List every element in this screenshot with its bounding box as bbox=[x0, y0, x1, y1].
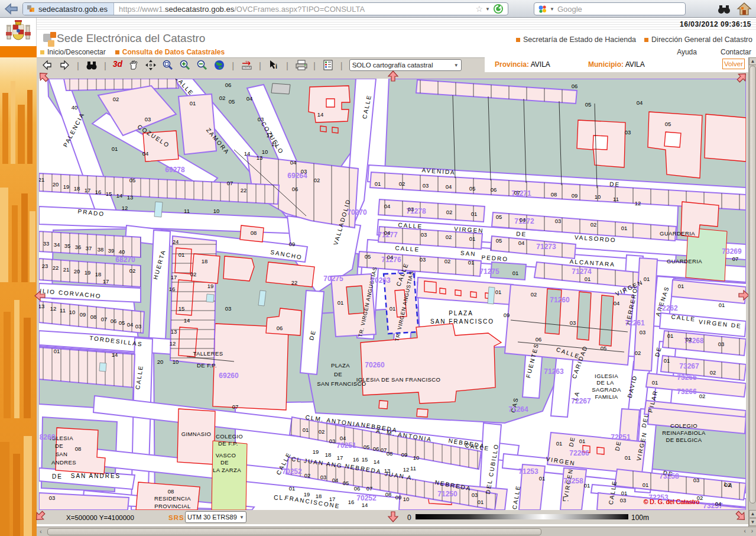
scroll-left-arrow[interactable]: ‹ bbox=[37, 528, 45, 536]
scroll-up-arrow[interactable]: ▲ bbox=[749, 57, 756, 65]
scroll-up-arrow2[interactable]: ▲ bbox=[749, 510, 756, 518]
search-engine-caret[interactable]: ▼ bbox=[550, 7, 554, 12]
parcel-id-label: 68270 bbox=[115, 256, 135, 264]
parcel-number: 12 bbox=[170, 340, 176, 347]
map-shape bbox=[417, 409, 428, 417]
parcel-number: 04 bbox=[637, 99, 643, 106]
zoom-rect-icon[interactable] bbox=[162, 59, 174, 71]
nav-inicio[interactable]: Inicio/Desconectar bbox=[40, 48, 106, 56]
parcel-id-label: 70252 bbox=[356, 494, 377, 502]
bookmark-star-icon[interactable]: ☆ bbox=[476, 4, 484, 14]
pan-nw-arrow[interactable] bbox=[38, 71, 50, 83]
search-placeholder: Google bbox=[557, 5, 582, 14]
srs-label: SRS: bbox=[168, 514, 187, 521]
cartography-select[interactable]: SOLO cartografía catastral▼ bbox=[349, 59, 462, 71]
site-identity[interactable]: sedecatastro.gob.es bbox=[23, 3, 114, 15]
parcel-number: 19 bbox=[313, 448, 319, 455]
parcel-number: 03 bbox=[135, 323, 142, 330]
scroll-down-arrow[interactable]: ▼ bbox=[749, 518, 756, 526]
parcel-number: 03 bbox=[145, 116, 151, 122]
parcel-number: 03 bbox=[49, 495, 56, 501]
parcel-number: 38 bbox=[98, 246, 104, 253]
site-favicon bbox=[27, 5, 35, 13]
layers-icon[interactable] bbox=[322, 59, 334, 71]
parcel-number: 16 bbox=[95, 189, 102, 195]
reload-icon[interactable] bbox=[492, 3, 504, 15]
parcel-number: 05 bbox=[129, 177, 136, 183]
parcel-number: 05 bbox=[364, 444, 370, 450]
pan-w-arrow[interactable] bbox=[34, 290, 46, 302]
municipio-value: AVILA bbox=[625, 60, 645, 69]
pan-sw-arrow[interactable] bbox=[34, 510, 46, 522]
parcel-number: 05 bbox=[601, 345, 607, 351]
map-canvas[interactable]: PALENCIAPRADOCALLEZAMORACOZUELOCOZUELOCA… bbox=[39, 79, 746, 510]
info-pointer-icon[interactable]: i bbox=[268, 59, 280, 71]
horizontal-scrollbar[interactable]: ‹ ‹ › bbox=[37, 527, 756, 536]
parcel-number: 01 bbox=[719, 302, 725, 308]
find-binoculars-icon[interactable] bbox=[717, 3, 731, 17]
move-icon[interactable] bbox=[145, 59, 157, 71]
srs-select[interactable]: UTM 30 ETRS89▼ bbox=[185, 511, 246, 523]
parcel-number: 24 bbox=[173, 238, 179, 245]
pan-s-arrow[interactable] bbox=[387, 511, 399, 522]
browser-back-icon[interactable] bbox=[4, 2, 19, 18]
parcel-id-label: 73269 bbox=[722, 247, 742, 256]
url-bar[interactable]: sedecatastro.gob.es https://www1.sedecat… bbox=[22, 2, 508, 15]
nav-consulta[interactable]: Consulta de Datos Catastrales bbox=[115, 48, 225, 56]
parcel-number: 11 bbox=[60, 307, 66, 314]
map-shape bbox=[664, 132, 681, 147]
parcel-number: 22 bbox=[53, 264, 59, 271]
header-link-direccion[interactable]: Dirección General del Catastro bbox=[644, 35, 752, 44]
parcel-number: 22 bbox=[241, 187, 247, 193]
nav-ayuda[interactable]: Ayuda bbox=[677, 48, 697, 56]
map-label: DE bbox=[55, 443, 63, 449]
globe-icon[interactable] bbox=[213, 59, 225, 71]
parcel-number: 10 bbox=[173, 359, 179, 365]
parcel-number: 34 bbox=[54, 241, 60, 248]
view-3d-button[interactable]: 3d bbox=[113, 59, 122, 71]
header-link-secretaria[interactable]: Secretaría de Estado de Hacienda bbox=[516, 35, 636, 44]
parcel-id-label: 71263 bbox=[544, 367, 564, 376]
volver-button[interactable]: Volver bbox=[722, 59, 745, 69]
nav-contactar[interactable]: Contactar bbox=[721, 48, 751, 56]
parcel-number: 09 bbox=[401, 451, 408, 458]
parcel-number: 03 bbox=[640, 329, 646, 335]
pan-hand-icon[interactable] bbox=[128, 59, 139, 71]
pan-n-arrow[interactable] bbox=[387, 70, 399, 82]
parcel-number: 06 bbox=[491, 186, 497, 193]
parcel-number: 35 bbox=[64, 243, 71, 249]
sidebar-city-image bbox=[0, 57, 37, 536]
zoom-out-icon[interactable] bbox=[196, 59, 208, 71]
parcel-id-label: 72251 bbox=[611, 433, 631, 441]
vertical-scroll-thumb[interactable] bbox=[749, 66, 756, 503]
parcel-number: 18 bbox=[316, 493, 322, 499]
url-text[interactable]: https://www1.sedecatastro.gob.es/OVCFram… bbox=[114, 5, 472, 14]
zoom-in-icon[interactable] bbox=[179, 59, 191, 71]
parcel-number: 07 bbox=[366, 485, 373, 492]
measure-icon[interactable]: ? bbox=[241, 59, 252, 71]
map-shape bbox=[705, 114, 746, 162]
horizontal-scroll-thumb[interactable] bbox=[47, 528, 541, 535]
map-forward-icon[interactable] bbox=[59, 59, 70, 71]
pan-ne-arrow[interactable] bbox=[736, 72, 748, 83]
home-icon[interactable] bbox=[736, 2, 752, 18]
parcel-number: 01 bbox=[621, 490, 628, 496]
parcel-number: 03 bbox=[570, 319, 576, 326]
parcel-number: 06 bbox=[536, 336, 542, 343]
svg-text:?: ? bbox=[245, 60, 248, 64]
print-icon[interactable] bbox=[295, 59, 307, 71]
url-dropdown-caret[interactable]: ▼ bbox=[485, 7, 490, 12]
map-shape bbox=[223, 256, 254, 281]
parcel-number: 04 bbox=[387, 254, 394, 260]
pan-se-arrow[interactable] bbox=[735, 510, 747, 522]
search-box[interactable]: ▼ Google bbox=[534, 2, 686, 15]
parcel-number: 02 bbox=[304, 472, 311, 479]
vertical-scrollbar[interactable]: ▲ ▲ ▼ bbox=[748, 57, 756, 527]
pan-e-arrow[interactable] bbox=[738, 289, 749, 301]
parcel-number: 19 bbox=[207, 283, 214, 289]
scroll-right-arrows[interactable]: ‹ › bbox=[744, 528, 755, 534]
search-binoculars-icon[interactable] bbox=[86, 59, 98, 71]
parcel-number: 01 bbox=[303, 427, 309, 433]
parcel-number: 01 bbox=[179, 251, 185, 258]
parcel-number: 01 bbox=[495, 289, 502, 295]
